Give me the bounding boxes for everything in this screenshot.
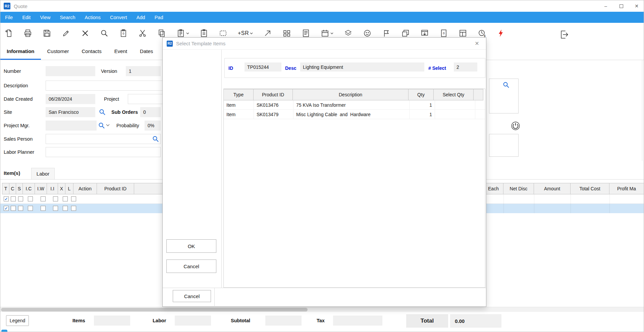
dialog-cell: Misc Lighting Cable and Hardware: [293, 110, 410, 119]
menu-item-add[interactable]: Add: [132, 12, 150, 23]
project-mgr-chevron-icon[interactable]: [106, 124, 110, 127]
maximize-button[interactable]: [613, 0, 629, 12]
row-checkbox[interactable]: [11, 206, 16, 211]
column-separator: [534, 194, 534, 204]
row-checkbox[interactable]: [63, 206, 68, 211]
row-checkbox[interactable]: [18, 196, 23, 201]
subtotal-label: Subtotal: [231, 316, 250, 326]
row-checkbox[interactable]: ✓: [4, 196, 9, 201]
legend-button[interactable]: Legend: [6, 315, 29, 326]
version-input[interactable]: 1: [126, 66, 161, 76]
sales-person-input[interactable]: [46, 134, 161, 144]
subtotal-field: [265, 316, 302, 326]
print-icon[interactable]: [23, 25, 32, 41]
menu-item-edit[interactable]: Edit: [17, 12, 35, 23]
new-document-icon[interactable]: [4, 25, 13, 41]
dialog-close-icon[interactable]: ✕: [472, 39, 482, 49]
dialog-table-row[interactable]: ItemSK01347675 KVA Iso Transformer1: [224, 100, 485, 110]
add-sr-chevron-icon[interactable]: [250, 32, 253, 35]
column-header-profitma: Profit Ma: [609, 183, 644, 194]
horizontal-scrollbar-thumb[interactable]: [1, 308, 308, 312]
column-separator: [503, 204, 504, 213]
probability-input[interactable]: 0%: [145, 121, 161, 131]
dialog-cell: 1: [410, 100, 435, 109]
column-separator: [534, 204, 534, 213]
horizontal-scrollbar[interactable]: [0, 307, 644, 312]
template-id-label: ID: [228, 63, 233, 73]
column-header-c: C: [9, 183, 16, 194]
tab-information[interactable]: Information: [0, 44, 41, 60]
probability-label: Probability: [116, 121, 139, 131]
menu-item-pad[interactable]: Pad: [150, 12, 168, 23]
tab-customer[interactable]: Customer: [41, 44, 75, 60]
cut-icon[interactable]: [138, 25, 147, 41]
template-id-input[interactable]: TP015244: [245, 62, 281, 72]
row-checkbox[interactable]: [53, 196, 58, 201]
row-checkbox[interactable]: [63, 196, 68, 201]
menu-item-file[interactable]: File: [0, 12, 17, 23]
calendar-chevron-icon[interactable]: [330, 32, 333, 35]
search-icon[interactable]: [100, 25, 109, 41]
menu-item-view[interactable]: View: [35, 12, 55, 23]
save-icon[interactable]: [43, 25, 51, 41]
dialog-title-bar: R2 Select Template Items ✕: [163, 38, 486, 50]
site-search-icon[interactable]: [99, 108, 106, 116]
side-search-icon[interactable]: [502, 81, 510, 89]
number-input[interactable]: [46, 66, 95, 76]
tab-dates[interactable]: Dates: [133, 44, 159, 60]
tab-items[interactable]: Item(s): [0, 167, 20, 179]
menu-item-search[interactable]: Search: [55, 12, 80, 23]
menu-item-actions[interactable]: Actions: [80, 12, 106, 23]
site-input[interactable]: San Francisco: [46, 107, 95, 117]
lightning-icon[interactable]: [497, 25, 505, 41]
side-list-box-2[interactable]: [489, 134, 519, 157]
underlying-cancel-button[interactable]: Cancel: [173, 290, 211, 302]
tax-label: Tax: [317, 316, 325, 326]
paste-count-icon[interactable]: 0: [119, 25, 128, 41]
dialog-table-row[interactable]: ItemSK013479Misc Lighting Cable and Hard…: [224, 110, 485, 119]
underlying-panel-separator: [214, 288, 215, 307]
row-checkbox[interactable]: [28, 206, 33, 211]
sales-person-search-icon[interactable]: [152, 135, 159, 143]
project-mgr-input[interactable]: [46, 121, 97, 131]
row-checkbox[interactable]: [41, 206, 46, 211]
row-checkbox[interactable]: [28, 196, 33, 201]
close-button[interactable]: ✕: [629, 0, 644, 12]
tab-labor[interactable]: Labor: [31, 168, 55, 179]
exit-icon[interactable]: [560, 27, 569, 43]
column-separator: [571, 194, 571, 204]
dialog-title: Select Template Items: [176, 41, 225, 46]
number-label: Number: [4, 66, 21, 76]
power-icon[interactable]: [510, 121, 521, 131]
labor-total-label: Labor: [153, 316, 166, 326]
row-checkbox[interactable]: [18, 206, 23, 211]
dialog-panel-separator: [221, 50, 222, 288]
sub-orders-label: Sub Orders: [111, 107, 138, 117]
row-checkbox[interactable]: [71, 206, 76, 211]
edit-pencil-icon[interactable]: [62, 25, 70, 41]
paste-menu-chevron-icon[interactable]: [186, 32, 189, 35]
template-desc-input[interactable]: Lighting Equipment: [300, 62, 424, 72]
column-header-x: X: [58, 183, 65, 194]
row-checkbox[interactable]: [71, 196, 76, 201]
date-created-input[interactable]: 06/28/2024: [46, 94, 95, 104]
date-created-label: Date Created: [4, 94, 33, 104]
row-checkbox[interactable]: ✓: [4, 206, 9, 211]
description-label: Description: [4, 81, 28, 91]
column-header-action: Action: [73, 183, 97, 194]
row-checkbox[interactable]: [41, 196, 46, 201]
minimize-button[interactable]: –: [598, 0, 613, 12]
template-select-count-input[interactable]: 2: [454, 62, 477, 72]
tab-contacts[interactable]: Contacts: [75, 44, 108, 60]
dialog-column-header-spacer: [473, 89, 483, 100]
tab-event[interactable]: Event: [108, 44, 133, 60]
row-checkbox[interactable]: [11, 196, 16, 201]
row-checkbox[interactable]: [53, 206, 58, 211]
sub-orders-input[interactable]: 0: [140, 107, 161, 117]
project-mgr-search-icon[interactable]: [98, 122, 105, 129]
cancel-button[interactable]: Cancel: [166, 259, 216, 273]
menu-item-convert[interactable]: Convert: [105, 12, 132, 23]
labor-planner-input[interactable]: [46, 147, 161, 157]
ok-button[interactable]: OK: [166, 239, 216, 253]
delete-icon[interactable]: [81, 25, 90, 41]
